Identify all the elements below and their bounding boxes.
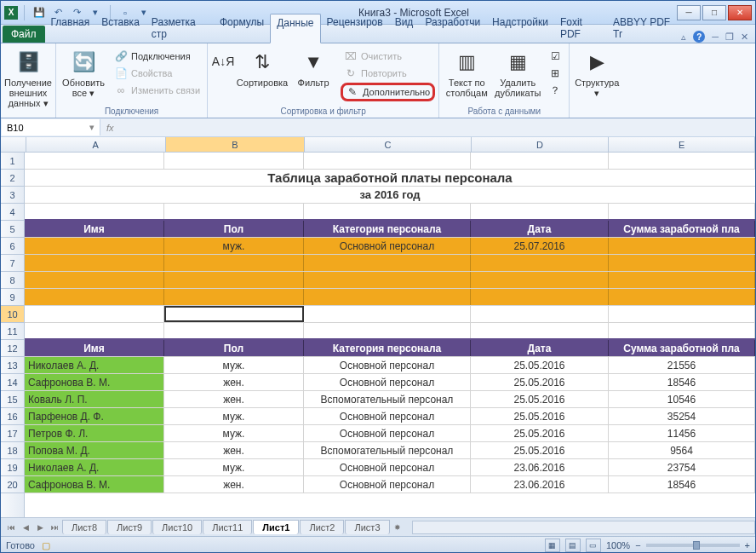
horizontal-scrollbar[interactable] bbox=[412, 521, 755, 534]
cell[interactable]: 25.05.2016 bbox=[471, 391, 609, 407]
new-sheet-button[interactable]: ✸ bbox=[391, 521, 404, 534]
outline-button[interactable]: ▶Структура ▾ bbox=[573, 45, 621, 98]
cell[interactable]: муж. bbox=[164, 357, 304, 373]
cell[interactable]: Категория персонала bbox=[304, 221, 471, 237]
remove-duplicates-button[interactable]: ▦Удалить дубликаты bbox=[494, 45, 541, 98]
zoom-out-button[interactable]: − bbox=[635, 540, 640, 550]
cell[interactable]: 25.05.2016 bbox=[471, 442, 609, 458]
cell[interactable]: 9564 bbox=[609, 442, 755, 458]
cell[interactable] bbox=[164, 204, 304, 219]
clear-filter-button[interactable]: ⌧Очистить bbox=[341, 49, 435, 64]
col-header[interactable]: A bbox=[26, 137, 166, 152]
ribbon-tab-данные[interactable]: Данные bbox=[270, 14, 320, 43]
cell[interactable] bbox=[25, 204, 164, 219]
cell[interactable] bbox=[609, 255, 755, 271]
cell[interactable] bbox=[304, 272, 471, 288]
cell[interactable] bbox=[25, 238, 164, 254]
cell[interactable]: Имя bbox=[25, 340, 164, 356]
cell[interactable]: жен. bbox=[164, 374, 304, 390]
cell[interactable]: Коваль Л. П. bbox=[25, 391, 164, 407]
cell[interactable]: 18546 bbox=[609, 476, 755, 493]
cell[interactable] bbox=[304, 323, 471, 338]
properties-button[interactable]: 📄Свойства bbox=[111, 66, 203, 81]
ribbon-tab-надстройки[interactable]: Надстройки bbox=[486, 14, 554, 43]
cell[interactable]: Николаев А. Д. bbox=[25, 357, 164, 373]
text-to-columns-button[interactable]: ▥Текст по столбцам bbox=[443, 45, 490, 98]
cell[interactable]: 21556 bbox=[609, 357, 755, 373]
cell[interactable]: Сафронова В. М. bbox=[25, 476, 164, 493]
row-header[interactable]: 1 bbox=[1, 153, 24, 170]
row-header[interactable]: 8 bbox=[1, 272, 24, 289]
cell[interactable]: Вспомогательный персонал bbox=[304, 391, 471, 407]
row-header[interactable]: 15 bbox=[1, 391, 24, 408]
cell[interactable]: Дата bbox=[471, 340, 609, 356]
cell[interactable]: Петров Ф. Л. bbox=[25, 425, 164, 441]
row-header[interactable]: 12 bbox=[1, 340, 24, 357]
row-header[interactable]: 6 bbox=[1, 238, 24, 255]
cell[interactable]: жен. bbox=[164, 391, 304, 407]
cell[interactable]: жен. bbox=[164, 442, 304, 458]
cell[interactable] bbox=[25, 153, 164, 169]
sort-button[interactable]: ⇅Сортировка bbox=[238, 45, 286, 88]
sheet-tab[interactable]: Лист2 bbox=[300, 520, 344, 534]
row-header[interactable]: 4 bbox=[1, 204, 24, 221]
cell[interactable]: Пол bbox=[164, 221, 304, 237]
sheet-tab[interactable]: Лист10 bbox=[152, 520, 202, 534]
cell[interactable]: Николаев А. Д. bbox=[25, 459, 164, 475]
cell[interactable]: Вспомогательный персонал bbox=[304, 442, 471, 458]
cell[interactable] bbox=[471, 289, 609, 305]
close-button[interactable]: ✕ bbox=[728, 5, 752, 20]
cell[interactable]: Категория персонала bbox=[304, 340, 471, 356]
cell[interactable]: 11456 bbox=[609, 425, 755, 441]
row-header[interactable]: 14 bbox=[1, 374, 24, 391]
view-pagebreak-button[interactable]: ▭ bbox=[586, 539, 601, 552]
view-layout-button[interactable]: ▤ bbox=[565, 539, 581, 552]
cell[interactable] bbox=[304, 289, 471, 305]
doc-close-icon[interactable]: ✕ bbox=[741, 32, 748, 43]
row-header[interactable]: 19 bbox=[1, 459, 24, 476]
formula-input[interactable] bbox=[119, 121, 755, 134]
cell[interactable] bbox=[471, 153, 609, 169]
whatif-button[interactable]: ？ bbox=[545, 83, 565, 98]
cell[interactable]: 25.05.2016 bbox=[471, 357, 609, 373]
cell[interactable]: Основной персонал bbox=[304, 476, 471, 493]
cell[interactable] bbox=[25, 272, 164, 288]
cell[interactable]: Парфенов Д. Ф. bbox=[25, 408, 164, 424]
ribbon-collapse-icon[interactable]: ▵ bbox=[681, 32, 686, 43]
sheet-tab[interactable]: Лист8 bbox=[62, 520, 106, 534]
zoom-slider[interactable] bbox=[646, 544, 740, 547]
cell[interactable]: Сумма заработной пла bbox=[609, 221, 755, 237]
col-header[interactable]: E bbox=[609, 137, 755, 152]
sheet-nav-prev[interactable]: ◀ bbox=[19, 521, 32, 534]
sheet-tab[interactable]: Лист1 bbox=[253, 520, 299, 534]
cell[interactable]: жен. bbox=[164, 476, 304, 493]
cell[interactable] bbox=[164, 272, 304, 288]
row-header[interactable]: 11 bbox=[1, 323, 24, 340]
cell[interactable]: Имя bbox=[25, 221, 164, 237]
col-header[interactable]: B bbox=[166, 137, 306, 152]
cell[interactable]: Попова М. Д. bbox=[25, 442, 164, 458]
ribbon-tab-разметка стр[interactable]: Разметка стр bbox=[146, 14, 214, 43]
cell[interactable] bbox=[471, 306, 609, 322]
cell[interactable]: муж. bbox=[164, 408, 304, 424]
cell[interactable] bbox=[609, 323, 755, 338]
view-normal-button[interactable]: ▦ bbox=[545, 539, 560, 552]
ribbon-tab-рецензиров[interactable]: Рецензиров bbox=[321, 14, 389, 43]
cell[interactable]: 10546 bbox=[609, 391, 755, 407]
cell[interactable] bbox=[164, 153, 304, 169]
cell[interactable] bbox=[164, 289, 304, 305]
cell[interactable] bbox=[471, 204, 609, 219]
cell[interactable] bbox=[25, 323, 164, 338]
name-box[interactable]: ▾ bbox=[2, 119, 100, 135]
cell[interactable]: Пол bbox=[164, 340, 304, 356]
name-box-input[interactable] bbox=[7, 123, 66, 133]
maximize-button[interactable]: □ bbox=[702, 5, 726, 20]
cell[interactable] bbox=[304, 204, 471, 219]
cell[interactable] bbox=[609, 306, 755, 322]
row-header[interactable]: 18 bbox=[1, 442, 24, 459]
cell[interactable] bbox=[471, 323, 609, 338]
zoom-level[interactable]: 100% bbox=[606, 540, 630, 550]
col-header[interactable]: D bbox=[472, 137, 610, 152]
row-header[interactable]: 13 bbox=[1, 357, 24, 374]
row-header[interactable]: 3 bbox=[1, 187, 24, 204]
